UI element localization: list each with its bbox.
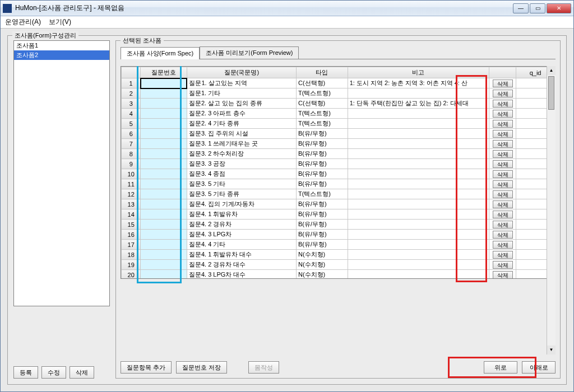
cell-qname[interactable]: 질문4. 2 경유차 (187, 220, 296, 230)
table-row[interactable]: 19질문4. 2 경유차 대수N(수치형)삭제 (122, 260, 555, 270)
cell-remark[interactable] (348, 250, 489, 260)
cell-remark[interactable]: 1: 도시 지역 2: 농촌 지역 3: 어촌 지역 4: 산 (348, 78, 489, 88)
cell-qname[interactable]: 질문4. 집의 기계/자동차 (187, 199, 296, 209)
table-row[interactable]: 6질문3. 집 주위의 시설B(유/무형)삭제 (122, 129, 555, 139)
table-row[interactable]: 16질문4. 3 LPG차B(유/무형)삭제 (122, 230, 555, 240)
table-row[interactable]: 9질문3. 3 공장B(유/무형)삭제 (122, 159, 555, 169)
row-delete-button[interactable]: 삭제 (493, 221, 513, 228)
cell-remark[interactable] (348, 119, 489, 129)
row-header[interactable]: 18 (122, 250, 141, 260)
cell-remark[interactable] (348, 169, 489, 179)
forms-listbox[interactable]: 조사폼1조사폼2 (13, 40, 110, 306)
table-row[interactable]: 18질문4. 1 휘발유차 대수N(수치형)삭제 (122, 250, 555, 260)
row-header[interactable]: 14 (122, 209, 141, 220)
scroll-up-icon[interactable]: ▲ (547, 66, 556, 75)
cell-qname[interactable]: 질문4. 1 휘발유차 (187, 209, 296, 220)
cell-type[interactable]: N(수치형) (296, 250, 348, 260)
cell-qname[interactable]: 질문1. 기타 (187, 88, 296, 99)
list-item[interactable]: 조사폼1 (14, 41, 109, 50)
cell-remark[interactable] (348, 220, 489, 230)
cell-type[interactable]: N(수치형) (296, 260, 348, 270)
cell-qname[interactable]: 질문4. 2 경유차 대수 (187, 260, 296, 270)
row-delete-button[interactable]: 삭제 (493, 170, 513, 178)
cell-type[interactable]: B(유/무형) (296, 240, 348, 250)
row-delete-button[interactable]: 삭제 (493, 190, 513, 198)
table-row[interactable]: 5질문2. 4 기타 종류T(텍스트형)삭제 (122, 119, 555, 129)
table-row[interactable]: 20질문4. 3 LPG차 대수N(수치형)삭제 (122, 270, 555, 279)
delete-button[interactable]: 삭제 (70, 366, 94, 379)
move-up-button[interactable]: 위로 (484, 361, 517, 374)
cell-qname[interactable]: 질문3. 3 공장 (187, 159, 296, 169)
table-row[interactable]: 17질문4. 4 기타B(유/무형)삭제 (122, 240, 555, 250)
cell-qname[interactable]: 질문4. 3 LPG차 대수 (187, 270, 296, 279)
cell-type[interactable]: B(유/무형) (296, 129, 348, 139)
row-header[interactable]: 1 (122, 78, 141, 88)
cell-type[interactable]: T(텍스트형) (296, 109, 348, 119)
questions-grid[interactable]: 질문번호 질문(국문명) 타입 비고 q_id 1질문1. 살 (121, 66, 556, 279)
maximize-button[interactable]: ▭ (530, 3, 545, 13)
cell-remark[interactable] (348, 149, 489, 159)
row-delete-button[interactable]: 삭제 (493, 211, 513, 218)
cell-qno[interactable] (141, 129, 187, 139)
minimize-button[interactable]: — (513, 3, 529, 13)
row-delete-button[interactable]: 삭제 (493, 90, 513, 97)
cell-type[interactable]: B(유/무형) (296, 220, 348, 230)
col-header-type[interactable]: 타입 (296, 67, 348, 78)
save-qno-button[interactable]: 질문번호 저장 (176, 361, 227, 374)
tab-form-spec[interactable]: 조사폼 사양(Form Spec) (121, 47, 200, 59)
row-delete-button[interactable]: 삭제 (493, 160, 513, 168)
cell-qno[interactable] (141, 250, 187, 260)
cell-remark[interactable] (348, 88, 489, 99)
row-header[interactable]: 13 (122, 199, 141, 209)
cell-qno[interactable] (141, 139, 187, 149)
cell-type[interactable]: B(유/무형) (296, 169, 348, 179)
scroll-thumb[interactable] (548, 76, 554, 110)
cell-remark[interactable] (348, 129, 489, 139)
cell-type[interactable]: B(유/무형) (296, 139, 348, 149)
cell-qno[interactable] (141, 220, 187, 230)
cell-type[interactable]: T(텍스트형) (296, 189, 348, 199)
row-header[interactable]: 17 (122, 240, 141, 250)
table-row[interactable]: 12질문3. 5 기타 종류T(텍스트형)삭제 (122, 189, 555, 199)
tab-form-preview[interactable]: 조사폼 미리보기(Form Preview) (200, 46, 299, 59)
register-button[interactable]: 등록 (13, 366, 38, 379)
row-header[interactable]: 16 (122, 230, 141, 240)
row-delete-button[interactable]: 삭제 (493, 231, 513, 239)
row-delete-button[interactable]: 삭제 (493, 150, 513, 158)
cell-remark[interactable] (348, 209, 489, 220)
cell-qno[interactable] (141, 209, 187, 220)
col-header-qname[interactable]: 질문(국문명) (187, 67, 296, 78)
row-delete-button[interactable]: 삭제 (493, 110, 513, 118)
cell-type[interactable]: B(유/무형) (296, 149, 348, 159)
row-header[interactable]: 5 (122, 119, 141, 129)
cell-remark[interactable] (348, 240, 489, 250)
cell-qno[interactable] (141, 199, 187, 209)
cell-qno[interactable] (141, 230, 187, 240)
cell-type[interactable]: N(수치형) (296, 270, 348, 279)
cell-qname[interactable]: 질문3. 집 주위의 시설 (187, 129, 296, 139)
cell-qname[interactable]: 질문3. 1 쓰레기태우는 곳 (187, 139, 296, 149)
edit-button[interactable]: 수정 (41, 366, 66, 379)
table-row[interactable]: 10질문3. 4 종점B(유/무형)삭제 (122, 169, 555, 179)
row-delete-button[interactable]: 삭제 (493, 180, 513, 188)
table-row[interactable]: 1질문1. 살고있는 지역C(선택형)1: 도시 지역 2: 농촌 지역 3: … (122, 78, 555, 88)
table-row[interactable]: 11질문3. 5 기타B(유/무형)삭제 (122, 179, 555, 189)
cell-qname[interactable]: 질문4. 1 휘발유차 대수 (187, 250, 296, 260)
table-row[interactable]: 3질문2. 살고 있는 집의 종류C(선택형)1: 단독 주택(한집만 살고 있… (122, 99, 555, 109)
cell-qno[interactable] (141, 159, 187, 169)
cell-qname[interactable]: 질문3. 2 하수처리장 (187, 149, 296, 159)
cell-remark[interactable] (348, 189, 489, 199)
grid-vscrollbar[interactable]: ▲ ▼ (547, 66, 556, 279)
move-down-button[interactable]: 아래로 (522, 361, 556, 374)
row-header[interactable]: 15 (122, 220, 141, 230)
cell-remark[interactable] (348, 270, 489, 279)
cell-qname[interactable]: 질문2. 4 기타 종류 (187, 119, 296, 129)
close-button[interactable]: ✕ (547, 3, 571, 13)
row-delete-button[interactable]: 삭제 (493, 100, 513, 108)
cell-remark[interactable] (348, 179, 489, 189)
list-item[interactable]: 조사폼2 (14, 50, 109, 60)
cell-qname[interactable]: 질문1. 살고있는 지역 (187, 78, 296, 88)
row-delete-button[interactable]: 삭제 (493, 271, 513, 279)
row-header[interactable]: 9 (122, 159, 141, 169)
cell-qname[interactable]: 질문2. 3 아파트 층수 (187, 109, 296, 119)
